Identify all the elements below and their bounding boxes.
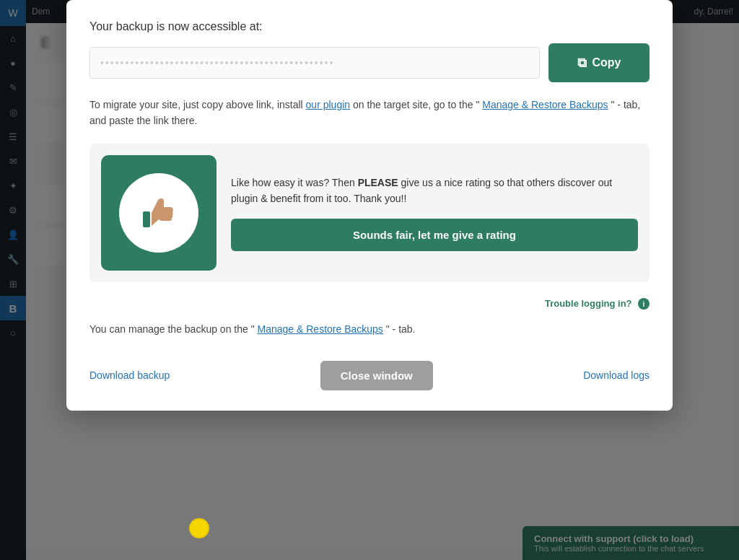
trouble-logging-row: Trouble logging in? i — [89, 297, 650, 310]
info-icon: i — [638, 298, 650, 310]
migration-instructions: To migrate your site, just copy above li… — [89, 97, 650, 129]
copy-button-label: Copy — [592, 56, 621, 69]
modal-heading: Your backup is now accessible at: — [89, 20, 650, 33]
manage-backup-text: You can manage the backup on the " Manag… — [89, 321, 650, 337]
url-row: ⧉ Copy — [89, 43, 650, 82]
rating-content: Like how easy it was? Then PLEASE give u… — [231, 175, 638, 251]
rating-bold: PLEASE — [358, 177, 398, 188]
rating-section: Like how easy it was? Then PLEASE give u… — [89, 144, 650, 282]
copy-icon: ⧉ — [577, 56, 587, 71]
modal-dialog: Your backup is now accessible at: ⧉ Copy… — [66, 0, 673, 411]
thumbs-up-icon — [137, 191, 180, 235]
rating-button[interactable]: Sounds fair, let me give a rating — [231, 219, 638, 251]
our-plugin-link[interactable]: our plugin — [306, 99, 351, 110]
manage-restore-link-2[interactable]: Manage & Restore Backups — [258, 323, 383, 335]
trouble-logging-link[interactable]: Trouble logging in? — [545, 298, 632, 309]
bottom-actions: Download backup Close window Download lo… — [89, 355, 650, 390]
rating-text-1: Like how easy it was? Then — [231, 177, 358, 188]
rating-button-label: Sounds fair, let me give a rating — [353, 229, 516, 241]
manage-text-2: " - tab. — [386, 323, 416, 335]
close-window-button[interactable]: Close window — [320, 361, 433, 390]
migration-text-1: To migrate your site, just copy above li… — [89, 99, 306, 110]
rating-text: Like how easy it was? Then PLEASE give u… — [231, 175, 638, 207]
download-backup-link[interactable]: Download backup — [89, 369, 170, 381]
backup-url-input[interactable] — [89, 47, 540, 79]
download-logs-link[interactable]: Download logs — [583, 369, 650, 381]
migration-text-2: on the target site, go to the " — [353, 99, 479, 110]
thumbs-up-box — [101, 155, 217, 271]
manage-text-1: You can manage the backup on the " — [89, 323, 255, 335]
modal-overlay: Your backup is now accessible at: ⧉ Copy… — [0, 0, 739, 560]
copy-button[interactable]: ⧉ Copy — [548, 43, 650, 82]
svg-rect-0 — [143, 211, 150, 227]
manage-restore-link-1[interactable]: Manage & Restore Backups — [482, 99, 608, 110]
thumbs-circle — [119, 173, 198, 253]
close-window-label: Close window — [341, 369, 413, 382]
